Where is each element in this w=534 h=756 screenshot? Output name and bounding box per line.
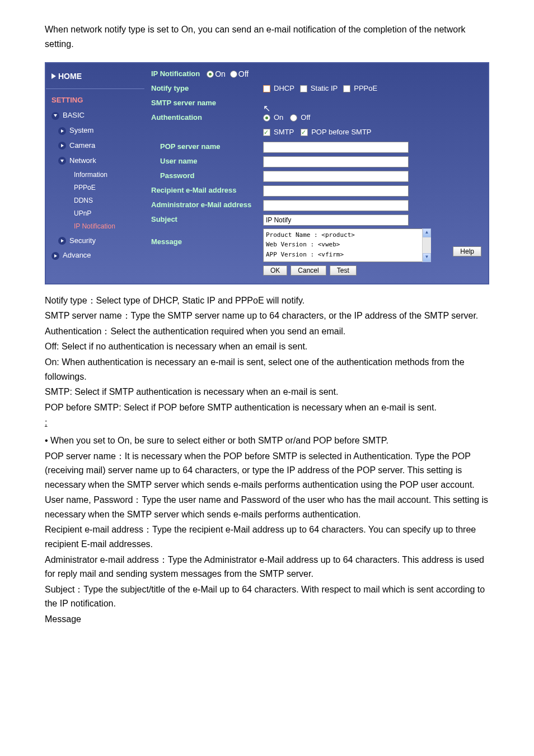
dhcp-label: DHCP <box>274 83 294 95</box>
auth-off-radio[interactable] <box>290 114 297 122</box>
message-textarea[interactable]: Product Name : <product> Web Version : <… <box>263 228 431 262</box>
password-label: Password <box>151 170 263 182</box>
desc-smtp-server: SMTP server name：Type the SMTP server na… <box>45 309 489 323</box>
smtp-server-label: SMTP server name <box>151 97 263 109</box>
chevron-down-icon <box>51 112 59 120</box>
nav-label: System <box>69 125 93 137</box>
username-input[interactable] <box>263 156 409 167</box>
note-marker: : <box>45 416 73 430</box>
smtp-checkbox[interactable] <box>263 129 270 136</box>
nav-system[interactable]: System <box>46 123 144 138</box>
on-label: On <box>215 68 226 80</box>
subject-input[interactable] <box>263 214 409 226</box>
nav-label: Security <box>69 235 96 247</box>
nav-label: BASIC <box>63 110 85 122</box>
auth-on-label: On <box>274 112 283 124</box>
dhcp-checkbox[interactable] <box>263 85 270 92</box>
help-button[interactable]: Help <box>453 246 481 256</box>
pop-server-label: POP server name <box>151 141 263 153</box>
desc-user-pass: User name, Password：Type the user name a… <box>45 493 489 521</box>
pop-server-input[interactable] <box>263 142 409 153</box>
scroll-up-icon[interactable]: ▲ <box>423 228 431 237</box>
nav-label: Camera <box>69 140 95 152</box>
pppoe-label: PPPoE <box>354 83 377 95</box>
chevron-right-icon <box>58 142 66 150</box>
off-label: Off <box>238 68 249 80</box>
desc-pop-server: POP server name：It is necessary when the… <box>45 449 489 492</box>
desc-pop: POP before SMTP: Select if POP before SM… <box>45 400 489 415</box>
nav-ip-notification[interactable]: IP Notification <box>46 220 144 233</box>
desc-smtp: SMTP: Select if SMTP authentication is n… <box>45 385 489 399</box>
sidebar: HOME SETTING BASIC System Camera Network… <box>46 63 144 283</box>
desc-subject: Subject：Type the subject/title of the e-… <box>45 582 489 611</box>
desc-recipient: Recipient e-mail address：Type the recipi… <box>45 522 489 551</box>
pppoe-checkbox[interactable] <box>343 85 350 92</box>
ip-on-radio[interactable] <box>207 71 214 78</box>
nav-security[interactable]: Security <box>46 234 144 249</box>
cursor-icon: ↖ <box>263 101 270 116</box>
nav-information[interactable]: Information <box>46 169 144 181</box>
chevron-right-icon <box>58 127 66 135</box>
home-icon <box>51 73 56 79</box>
chevron-right-icon <box>51 252 59 260</box>
home-label: HOME <box>58 70 82 82</box>
ip-off-radio[interactable] <box>230 71 237 78</box>
cancel-button[interactable]: Cancel <box>291 265 326 276</box>
pop-checkbox[interactable] <box>301 129 308 136</box>
staticip-label: Static IP <box>311 83 338 95</box>
scroll-down-icon[interactable]: ▼ <box>423 253 431 262</box>
chevron-right-icon <box>58 237 66 245</box>
desc-bullet: • When you set to On, be sure to select … <box>45 433 489 448</box>
home-link[interactable]: HOME <box>46 68 144 85</box>
smtp-label: SMTP <box>274 127 294 138</box>
recipient-input[interactable] <box>263 185 409 197</box>
nav-upnp[interactable]: UPnP <box>46 207 144 220</box>
nav-network[interactable]: Network <box>46 153 144 169</box>
desc-auth: Authentication：Select the authentication… <box>45 324 489 339</box>
desc-off: Off: Select if no authentication is nece… <box>45 339 489 354</box>
nav-label: Network <box>69 155 96 167</box>
pop-label: POP before SMTP <box>311 127 371 138</box>
nav-advance[interactable]: Advance <box>46 248 144 263</box>
content-panel: IP Notification On Off Notify type DHCP … <box>144 63 488 283</box>
intro-text: When network notify type is set to On, y… <box>45 22 489 51</box>
ip-notification-label: IP Notification <box>151 68 200 80</box>
ok-button[interactable]: OK <box>263 265 287 276</box>
nav-label: Advance <box>63 250 91 262</box>
desc-notify-type: Notify type：Select type of DHCP, Static … <box>45 293 489 308</box>
message-label: Message <box>151 228 263 248</box>
admin-input[interactable] <box>263 200 409 211</box>
nav-pppoe[interactable]: PPPoE <box>46 181 144 194</box>
auth-label: Authentication <box>151 112 263 124</box>
nav-ddns[interactable]: DDNS <box>46 194 144 207</box>
auth-off-label: Off <box>301 112 310 124</box>
setting-header: SETTING <box>46 88 144 109</box>
nav-camera[interactable]: Camera <box>46 138 144 153</box>
subject-label: Subject <box>151 214 263 226</box>
staticip-checkbox[interactable] <box>300 85 307 92</box>
desc-message: Message <box>45 612 489 627</box>
scrollbar[interactable]: ▲ ▼ <box>422 228 431 262</box>
recipient-label: Recipient e-Mail address <box>151 185 263 197</box>
app-panel: HOME SETTING BASIC System Camera Network… <box>45 62 489 284</box>
notify-type-label: Notify type <box>151 83 263 95</box>
test-button[interactable]: Test <box>330 265 357 276</box>
auth-on-radio[interactable] <box>263 114 270 122</box>
nav-basic[interactable]: BASIC <box>46 108 144 123</box>
chevron-down-icon <box>58 157 66 165</box>
desc-on: On: When authentication is necessary an … <box>45 355 489 384</box>
admin-label: Administrator e-Mail address <box>151 199 263 211</box>
password-input[interactable] <box>263 171 409 182</box>
username-label: User name <box>151 156 263 167</box>
desc-admin: Administrator e-mail address：Type the Ad… <box>45 553 489 581</box>
